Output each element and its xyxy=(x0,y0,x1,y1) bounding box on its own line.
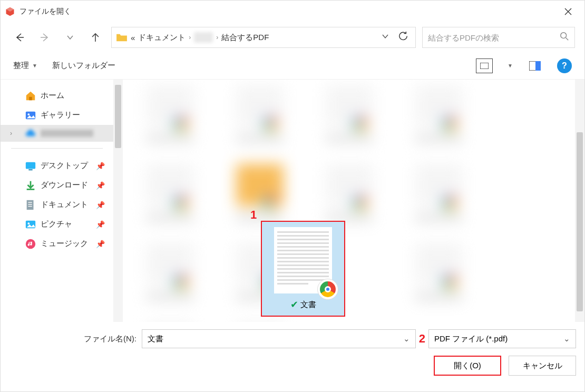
breadcrumb-seg1[interactable]: ドキュメント xyxy=(138,33,186,43)
document-icon xyxy=(25,199,36,211)
filetype-value: PDF ファイル (*.pdf) xyxy=(434,334,508,344)
view-mode-dropdown[interactable]: ▼ xyxy=(508,63,513,68)
annotation-2: 2 xyxy=(419,332,425,346)
check-icon: ✔ xyxy=(290,299,298,310)
chevron-down-icon xyxy=(66,34,74,41)
sidebar-label-redacted xyxy=(41,130,93,137)
organize-menu[interactable]: 整理 ▼ xyxy=(13,61,37,71)
svg-point-6 xyxy=(28,113,30,115)
breadcrumb-seg2[interactable]: 結合するPDF xyxy=(221,33,269,43)
breadcrumb-redacted xyxy=(194,32,213,43)
chevron-down-icon[interactable]: ⌄ xyxy=(403,334,410,344)
sidebar-scrollbar[interactable] xyxy=(113,80,123,322)
arrow-left-icon xyxy=(14,32,25,43)
scrollbar-thumb[interactable] xyxy=(577,132,583,311)
cancel-button[interactable]: キャンセル xyxy=(509,356,576,376)
svg-rect-1 xyxy=(480,63,489,69)
svg-rect-4 xyxy=(29,96,32,100)
pin-icon: 📌 xyxy=(96,162,105,170)
sidebar-item-documents[interactable]: ドキュメント 📌 xyxy=(1,195,113,214)
search-input[interactable] xyxy=(428,33,560,42)
preview-pane-button[interactable] xyxy=(528,58,542,73)
arrow-right-icon xyxy=(40,32,50,43)
pin-icon: 📌 xyxy=(96,220,105,229)
chevron-down-icon[interactable]: ⌄ xyxy=(563,334,570,344)
app-icon xyxy=(5,6,15,17)
sidebar-item-gallery[interactable]: ギャラリー xyxy=(1,105,113,125)
svg-point-14 xyxy=(28,222,30,224)
svg-rect-3 xyxy=(535,61,541,71)
chrome-icon xyxy=(317,279,338,300)
organize-label: 整理 xyxy=(13,61,29,71)
pictures-icon xyxy=(25,219,36,230)
sidebar-item-music[interactable]: ミュージック 📌 xyxy=(1,234,113,253)
blurred-files xyxy=(123,80,575,322)
cloud-icon xyxy=(25,128,36,139)
refresh-icon xyxy=(398,32,408,41)
sidebar-item-pictures[interactable]: ピクチャ 📌 xyxy=(1,214,113,234)
filetype-select[interactable]: PDF ファイル (*.pdf) ⌄ xyxy=(428,329,576,348)
file-caption: ✔ 文書 xyxy=(290,299,316,310)
close-icon xyxy=(564,8,572,15)
file-list[interactable]: 1 ✔ 文書 xyxy=(123,80,575,322)
svg-rect-7 xyxy=(26,162,35,169)
new-folder-button[interactable]: 新しいフォルダー xyxy=(52,61,115,71)
sidebar-item-desktop[interactable]: デスクトップ 📌 xyxy=(1,156,113,175)
history-dropdown[interactable] xyxy=(61,28,80,47)
toolbar: 整理 ▼ 新しいフォルダー ▼ ? xyxy=(1,52,584,80)
sidebar-divider xyxy=(11,148,103,149)
search-box[interactable] xyxy=(422,27,575,48)
sidebar-label: ホーム xyxy=(41,91,64,101)
back-button[interactable] xyxy=(10,28,29,47)
thumbnail-icon xyxy=(480,63,489,69)
breadcrumb-more: « xyxy=(131,33,135,42)
sidebar-label: ミュージック xyxy=(41,239,88,249)
sidebar-label: ピクチャ xyxy=(41,219,72,229)
annotation-1: 1 xyxy=(250,208,257,222)
search-icon[interactable] xyxy=(560,32,569,43)
nav-bar: « ドキュメント › › 結合するPDF xyxy=(1,23,584,52)
desktop-icon xyxy=(25,160,36,172)
scrollbar-thumb[interactable] xyxy=(115,85,121,148)
refresh-button[interactable] xyxy=(395,32,411,43)
download-icon xyxy=(25,180,36,191)
breadcrumb[interactable]: « ドキュメント › › 結合するPDF xyxy=(111,27,416,48)
up-button[interactable] xyxy=(86,28,105,47)
sidebar-item-home[interactable]: ホーム xyxy=(1,86,113,105)
sidebar-label: デスクトップ xyxy=(41,161,88,171)
sidebar-label: ドキュメント xyxy=(41,200,88,210)
title-bar: ファイルを開く xyxy=(1,1,584,23)
svg-rect-9 xyxy=(27,200,34,209)
forward-button[interactable] xyxy=(35,28,54,47)
folder-icon xyxy=(116,33,128,42)
svg-rect-8 xyxy=(28,169,32,170)
music-icon xyxy=(25,238,36,250)
close-button[interactable] xyxy=(556,1,580,23)
chevron-right-icon: › xyxy=(216,34,218,41)
sidebar: ホーム ギャラリー › デスクトップ 📌 ダウンロード 📌 ドキュメント 📌 xyxy=(1,80,113,322)
file-tile-selected[interactable]: ✔ 文書 xyxy=(261,221,345,317)
chevron-right-icon: › xyxy=(10,130,12,137)
main-area: ホーム ギャラリー › デスクトップ 📌 ダウンロード 📌 ドキュメント 📌 xyxy=(1,80,584,322)
layout-icon xyxy=(529,61,541,71)
sidebar-item-onedrive[interactable]: › xyxy=(1,125,113,142)
filename-value: 文書 xyxy=(148,334,163,344)
window-title: ファイルを開く xyxy=(19,7,556,16)
sidebar-label: ギャラリー xyxy=(41,110,80,120)
svg-rect-12 xyxy=(28,205,32,206)
filename-input[interactable]: 文書 ⌄ xyxy=(142,329,416,348)
footer: ファイル名(N): 文書 ⌄ 2 PDF ファイル (*.pdf) ⌄ 開く(O… xyxy=(1,322,584,384)
sidebar-label: ダウンロード xyxy=(41,180,88,190)
chevron-down-icon: ▼ xyxy=(32,63,37,68)
file-thumbnail xyxy=(274,227,332,293)
sidebar-item-downloads[interactable]: ダウンロード 📌 xyxy=(1,175,113,195)
svg-rect-10 xyxy=(28,202,32,202)
chevron-down-icon xyxy=(382,33,389,40)
breadcrumb-dropdown[interactable] xyxy=(378,33,392,42)
open-button[interactable]: 開く(O) xyxy=(434,356,501,376)
pin-icon: 📌 xyxy=(96,201,105,209)
svg-point-0 xyxy=(561,33,567,38)
help-button[interactable]: ? xyxy=(557,58,572,73)
file-scrollbar[interactable] xyxy=(575,80,584,322)
view-mode-button[interactable] xyxy=(476,58,493,73)
